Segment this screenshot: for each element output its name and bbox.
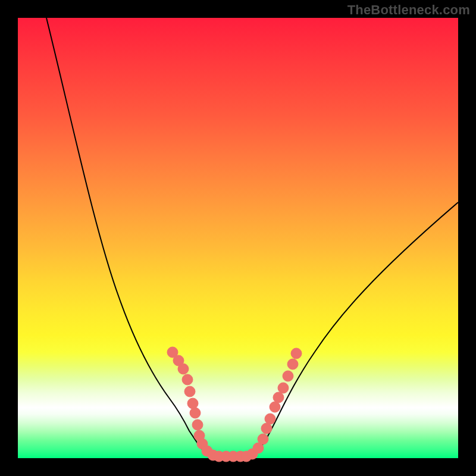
chart-frame: TheBottleneck.com <box>0 0 476 476</box>
marker-dot <box>265 414 275 424</box>
marker-dot <box>178 364 189 374</box>
marker-dot <box>291 348 302 359</box>
marker-dot <box>270 402 280 412</box>
marker-dot <box>283 371 293 381</box>
marker-dot <box>187 398 198 409</box>
plot-area <box>18 18 458 458</box>
curve-group <box>46 18 458 456</box>
marker-dot <box>184 386 195 397</box>
watermark-text: TheBottleneck.com <box>347 2 470 18</box>
marker-dot <box>287 359 298 369</box>
marker-dot <box>261 423 272 434</box>
marker-dot <box>278 383 289 393</box>
marker-dot <box>258 434 268 444</box>
curve-right <box>249 202 458 456</box>
marker-dot <box>190 408 201 418</box>
chart-svg <box>18 18 458 458</box>
marker-dot <box>273 392 284 403</box>
marker-group <box>167 347 302 462</box>
marker-dot <box>182 374 193 385</box>
marker-dot <box>192 419 203 430</box>
